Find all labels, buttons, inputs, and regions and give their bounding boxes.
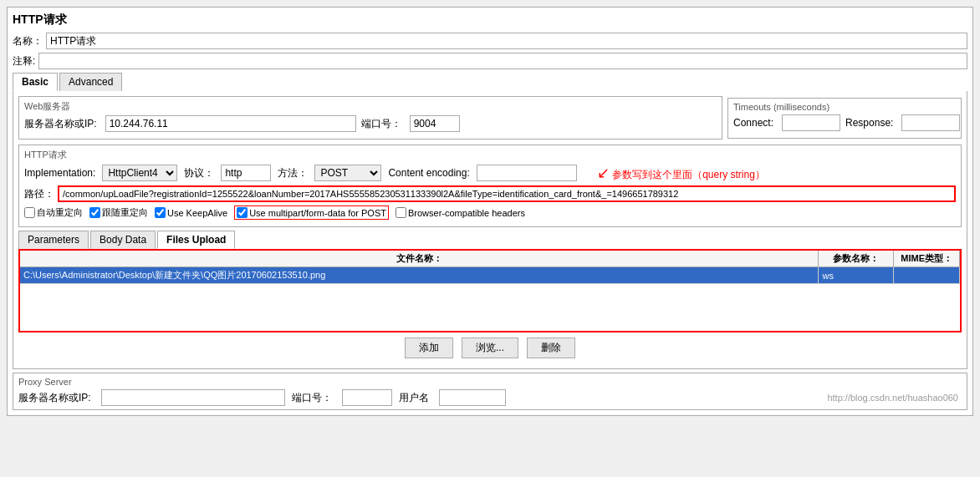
annotation-text: ↙ 参数写到这个里面（query string）	[597, 164, 765, 182]
encoding-label: Content encoding:	[388, 167, 469, 179]
connect-input[interactable]	[782, 114, 840, 131]
inner-tab-bar: Parameters Body Data Files Upload	[18, 231, 962, 249]
file-name-cell: C:\Users\Administrator\Desktop\新建文件夹\QQ图…	[20, 267, 819, 284]
files-table: 文件名称： 参数名称： MIME类型： C:\Users\Administrat…	[20, 251, 960, 284]
multipart-checkbox[interactable]: Use multipart/form-data for POST	[234, 206, 389, 220]
col-mime: MIME类型：	[894, 251, 960, 267]
tab-body-data[interactable]: Body Data	[90, 231, 156, 249]
path-input[interactable]	[58, 185, 956, 202]
protocol-input[interactable]	[221, 165, 271, 181]
browser-headers-checkbox[interactable]: Browser-compatible headers	[396, 207, 525, 218]
comment-input[interactable]	[38, 53, 967, 69]
browse-button[interactable]: 浏览...	[462, 337, 518, 358]
path-label: 路径：	[24, 187, 54, 201]
impl-label: Implementation:	[24, 167, 95, 179]
comment-label: 注释:	[13, 54, 35, 69]
auto-redirect-checkbox[interactable]: 自动重定向	[24, 206, 83, 219]
proxy-port-input[interactable]	[342, 389, 392, 406]
response-input[interactable]	[901, 114, 960, 131]
main-tab-bar: Basic Advanced	[13, 73, 967, 91]
delete-button[interactable]: 删除	[527, 337, 575, 358]
col-param: 参数名称：	[819, 251, 894, 267]
server-input[interactable]	[105, 115, 356, 132]
action-buttons: 添加 浏览... 删除	[18, 337, 962, 358]
encoding-input[interactable]	[477, 165, 577, 181]
port-label: 端口号：	[361, 117, 401, 131]
protocol-label: 协议：	[184, 166, 214, 180]
response-label: Response:	[845, 117, 893, 129]
keepalive-checkbox[interactable]: Use KeepAlive	[155, 207, 227, 218]
method-select[interactable]: POST	[314, 165, 381, 181]
tab-basic[interactable]: Basic	[13, 73, 58, 91]
dialog-title: HTTP请求	[13, 13, 967, 28]
watermark-text: http://blog.csdn.net/huashao060	[827, 393, 962, 403]
method-label: 方法：	[278, 166, 308, 180]
server-label: 服务器名称或IP:	[24, 117, 97, 131]
param-name-cell: ws	[819, 267, 894, 284]
proxy-server-input[interactable]	[101, 389, 285, 406]
port-input[interactable]	[410, 115, 460, 132]
timeouts-title: Timeouts (milliseconds)	[733, 102, 956, 112]
proxy-port-label: 端口号：	[292, 391, 332, 405]
add-button[interactable]: 添加	[405, 337, 453, 358]
proxy-username-input[interactable]	[439, 389, 506, 406]
follow-redirect-checkbox[interactable]: 跟随重定向	[89, 206, 148, 219]
tab-files-upload[interactable]: Files Upload	[157, 231, 235, 249]
name-label: 名称：	[13, 34, 43, 48]
connect-label: Connect:	[733, 117, 773, 129]
name-input[interactable]	[46, 33, 967, 49]
impl-select[interactable]: HttpClient4	[102, 165, 177, 181]
web-server-title: Web服务器	[24, 100, 717, 113]
tab-advanced[interactable]: Advanced	[59, 73, 122, 91]
mime-type-cell	[894, 267, 960, 284]
proxy-title: Proxy Server	[18, 377, 962, 387]
files-upload-panel: 文件名称： 参数名称： MIME类型： C:\Users\Administrat…	[18, 249, 962, 332]
http-request-title: HTTP请求	[24, 149, 956, 161]
proxy-server-label: 服务器名称或IP:	[18, 391, 91, 405]
table-row[interactable]: C:\Users\Administrator\Desktop\新建文件夹\QQ图…	[20, 267, 960, 284]
proxy-username-label: 用户名	[399, 391, 429, 405]
tab-parameters[interactable]: Parameters	[18, 231, 89, 249]
col-filename: 文件名称：	[20, 251, 819, 267]
